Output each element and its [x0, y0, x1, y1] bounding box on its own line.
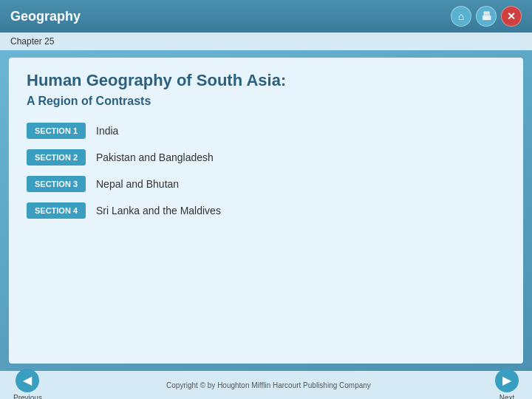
close-button[interactable]: ✕	[501, 6, 522, 27]
title-bar: Geography ⌂ 🖶 ✕	[0, 0, 532, 33]
previous-arrow-icon: ◀	[23, 373, 32, 387]
print-icon: 🖶	[481, 10, 491, 22]
app-title: Geography	[10, 9, 81, 24]
section-badge-2[interactable]: SECTION 2	[27, 149, 86, 166]
next-arrow-icon: ▶	[502, 373, 511, 387]
previous-arrow-circle: ◀	[16, 369, 39, 392]
section-row: SECTION 4Sri Lanka and the Maldives	[27, 202, 505, 219]
section-row: SECTION 3Nepal and Bhutan	[27, 176, 505, 192]
page-title: Human Geography of South Asia:	[27, 71, 505, 90]
app-container: Geography ⌂ 🖶 ✕ Chapter 25 Human Geograp…	[0, 0, 532, 399]
section-badge-3[interactable]: SECTION 3	[27, 176, 86, 192]
section-badge-4[interactable]: SECTION 4	[27, 202, 86, 219]
section-label-4: Sri Lanka and the Maldives	[96, 205, 221, 216]
next-label: Next	[499, 394, 515, 400]
section-label-1: India	[96, 125, 118, 137]
title-bar-icons: ⌂ 🖶 ✕	[451, 6, 522, 27]
previous-button[interactable]: ◀ Previous	[13, 369, 42, 400]
sections-list: SECTION 1IndiaSECTION 2Pakistan and Bang…	[27, 123, 505, 219]
next-arrow-circle: ▶	[495, 369, 519, 392]
section-row: SECTION 1India	[27, 123, 505, 139]
footer-bar: ◀ Previous Copyright © by Houghton Miffl…	[0, 371, 532, 399]
section-badge-1[interactable]: SECTION 1	[27, 123, 86, 139]
home-icon: ⌂	[458, 10, 464, 22]
close-icon: ✕	[507, 10, 516, 22]
previous-label: Previous	[13, 394, 42, 400]
main-content: Human Geography of South Asia: A Region …	[9, 58, 523, 364]
copyright-text: Copyright © by Houghton Mifflin Harcourt…	[166, 381, 371, 389]
chapter-bar: Chapter 25	[0, 33, 532, 50]
print-button[interactable]: 🖶	[476, 6, 497, 27]
page-subtitle: A Region of Contrasts	[27, 95, 505, 108]
section-row: SECTION 2Pakistan and Bangladesh	[27, 149, 505, 166]
home-button[interactable]: ⌂	[451, 6, 471, 27]
next-button[interactable]: ▶ Next	[495, 369, 519, 400]
chapter-label: Chapter 25	[10, 36, 54, 47]
section-label-3: Nepal and Bhutan	[96, 178, 179, 190]
section-label-2: Pakistan and Bangladesh	[96, 151, 214, 163]
